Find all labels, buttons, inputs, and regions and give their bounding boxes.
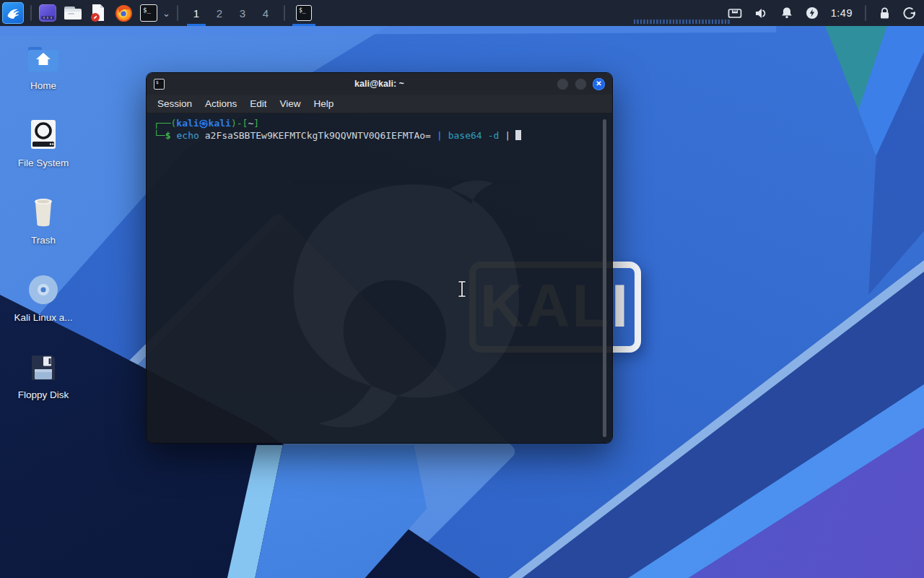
terminal-scrollbar[interactable]: [603, 119, 606, 437]
desktop-icon-kali-cd[interactable]: Kali Linux a...: [7, 269, 79, 323]
volume-icon[interactable]: [754, 7, 768, 20]
panel-separator: [30, 5, 32, 21]
prompt-line-2: └─$echoa2FsaSBBTEw9KEFMTCkgTk9QQVNTV0Q6I…: [154, 129, 596, 142]
desktop-icon-file-system[interactable]: File System: [7, 115, 79, 168]
disc-icon: [27, 269, 59, 306]
workspace-1[interactable]: 1: [185, 0, 208, 26]
floppy-disk-icon: [28, 347, 58, 383]
panel-separator: [177, 5, 178, 21]
terminal-menubar: Session Actions Edit View Help: [147, 95, 612, 113]
prompt-user: kali㉿kali: [176, 118, 231, 129]
kali-dragon-watermark: [233, 168, 544, 444]
workspace-switcher: 1 2 3 4: [185, 0, 277, 26]
menu-view[interactable]: View: [274, 98, 308, 109]
desktop-icon-floppy-disk[interactable]: Floppy Disk: [7, 347, 79, 400]
command-base64: base64: [448, 130, 482, 141]
command-argument: a2FsaSBBTEw9KEFMTCkgTk9QQVNTV0Q6IEFMTAo=: [205, 130, 431, 141]
firefox-icon: [115, 4, 133, 22]
command-echo: echo: [176, 130, 199, 141]
terminal-window-icon: $: [154, 79, 165, 90]
panel-separator: [865, 5, 866, 21]
minimize-button[interactable]: [557, 78, 569, 90]
show-desktop-launcher[interactable]: [38, 4, 57, 22]
desktop-icon-trash[interactable]: Trash: [7, 192, 79, 246]
maximize-button[interactable]: [575, 78, 587, 90]
notification-bell-icon[interactable]: [780, 7, 793, 20]
panel-separator: [284, 5, 285, 21]
chevron-down-icon[interactable]: ⌄: [162, 8, 170, 19]
clock[interactable]: 1:49: [831, 7, 853, 19]
menu-help[interactable]: Help: [308, 98, 341, 109]
file-manager-launcher[interactable]: [64, 4, 82, 22]
menu-actions[interactable]: Actions: [199, 98, 243, 109]
menu-session[interactable]: Session: [151, 98, 199, 109]
hard-drive-icon: [27, 115, 60, 151]
terminal-icon: $_: [140, 4, 157, 22]
taskbar-terminal-window-button[interactable]: $_: [292, 0, 316, 26]
prompt-frame: └─: [154, 130, 165, 141]
terminal-launcher[interactable]: $_: [139, 4, 158, 22]
prompt-frame: ]: [253, 118, 259, 129]
prompt-frame: )-[: [231, 118, 248, 129]
desktop-icon-label: File System: [18, 158, 69, 168]
prompt-dollar: $: [165, 130, 171, 141]
ibeam-cursor: [456, 280, 468, 298]
terminal-content[interactable]: ┌──(kali㉿kali)-[~] └─$echoa2FsaSBBTEw9KE…: [147, 113, 612, 443]
kali-desktop: KALI: [0, 0, 924, 578]
system-tray: 1:49: [728, 0, 924, 26]
terminal-icon: $_: [296, 5, 312, 21]
desktop-icon-label: Trash: [31, 235, 56, 246]
flag-d: -d: [488, 130, 500, 141]
home-folder-icon: [27, 38, 60, 74]
folder-icon: [64, 5, 82, 21]
kali-dragon-icon: [5, 5, 21, 21]
desktop-icon-home[interactable]: Home: [7, 38, 79, 91]
trash-bin-icon: [27, 192, 59, 228]
terminal-window: $ kali@kali: ~ ✕ Session Actions Edit Vi…: [146, 72, 613, 444]
window-controls: ✕: [557, 78, 605, 90]
desktop-icon-label: Floppy Disk: [18, 389, 69, 400]
close-button[interactable]: ✕: [593, 78, 605, 90]
pipe-operator: |: [437, 130, 443, 141]
prompt-line-1: ┌──(kali㉿kali)-[~]: [154, 117, 596, 129]
panel-left-group: $_ ⌄ 1 2 3 4 $_: [0, 0, 316, 26]
power-manager-icon[interactable]: [806, 7, 819, 20]
workspace-4[interactable]: 4: [254, 0, 277, 26]
network-icon[interactable]: [728, 7, 742, 20]
applications-menu-button[interactable]: [2, 2, 24, 24]
desktop-icon-label: Home: [30, 80, 56, 91]
menu-edit[interactable]: Edit: [243, 98, 273, 109]
terminal-cursor: [515, 130, 521, 140]
workspace-2[interactable]: 2: [208, 0, 231, 26]
logout-icon[interactable]: [903, 7, 917, 20]
pipe-operator: |: [505, 130, 510, 141]
desktop-icon-label: Kali Linux a...: [14, 312, 72, 323]
wallpaper-glitch-text: [634, 20, 731, 24]
workspace-3[interactable]: 3: [231, 0, 254, 26]
top-panel: $_ ⌄ 1 2 3 4 $_: [0, 0, 924, 26]
text-editor-launcher[interactable]: [89, 4, 108, 22]
document-icon: [90, 4, 107, 22]
lock-screen-icon[interactable]: [879, 7, 891, 20]
firefox-launcher[interactable]: [114, 4, 133, 22]
desktop-icon: [39, 4, 56, 22]
terminal-titlebar[interactable]: $ kali@kali: ~ ✕: [147, 73, 612, 95]
prompt-frame: ┌──(: [154, 118, 176, 129]
window-title: kali@kali: ~: [147, 79, 612, 89]
